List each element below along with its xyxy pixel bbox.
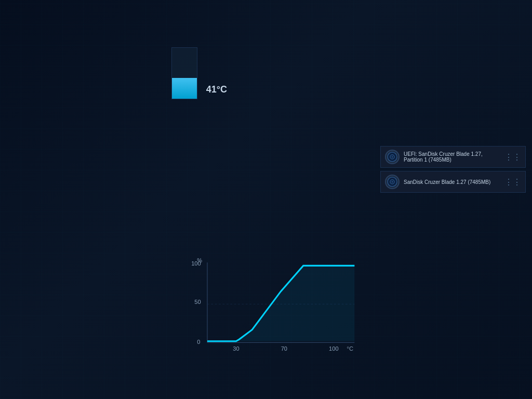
svg-text:%: % — [197, 257, 202, 263]
boot-item-2[interactable]: SanDisk Cruzer Blade 1.27 (7485MB) ⋮⋮ — [380, 171, 526, 193]
svg-text:100: 100 — [329, 345, 338, 352]
temp-visual: 41°C — [131, 37, 237, 99]
disk-icon-1 — [385, 150, 400, 164]
boot-item-2-handle: ⋮⋮ — [504, 177, 521, 187]
boot-item-2-name: SanDisk Cruzer Blade 1.27 (7485MB) — [404, 179, 500, 185]
svg-point-46 — [392, 181, 393, 183]
fan-chart-svg: 100 50 0 % 30 70 100 °C — [188, 254, 367, 361]
cpu-fan-section: CPU FAN 100 50 0 % 30 — [182, 237, 374, 379]
svg-text:30: 30 — [233, 345, 239, 352]
svg-point-43 — [392, 156, 393, 158]
svg-text:0: 0 — [197, 339, 200, 345]
cpu-temp-value: 41°C — [206, 84, 227, 95]
svg-marker-33 — [207, 265, 354, 341]
temp-bar-background — [171, 47, 197, 99]
boot-item-1[interactable]: UEFI: SanDisk Cruzer Blade 1.27, Partiti… — [380, 146, 526, 168]
svg-text:70: 70 — [281, 345, 287, 352]
cpu-fan-chart-area: 100 50 0 % 30 70 100 °C — [188, 254, 367, 361]
svg-text:°C: °C — [347, 345, 353, 352]
boot-item-1-name: UEFI: SanDisk Cruzer Blade 1.27, Partiti… — [404, 151, 500, 163]
svg-text:50: 50 — [194, 299, 201, 305]
boot-item-1-handle: ⋮⋮ — [504, 152, 521, 162]
disk-icon-2 — [385, 175, 400, 189]
temp-bar-fill — [172, 78, 197, 99]
